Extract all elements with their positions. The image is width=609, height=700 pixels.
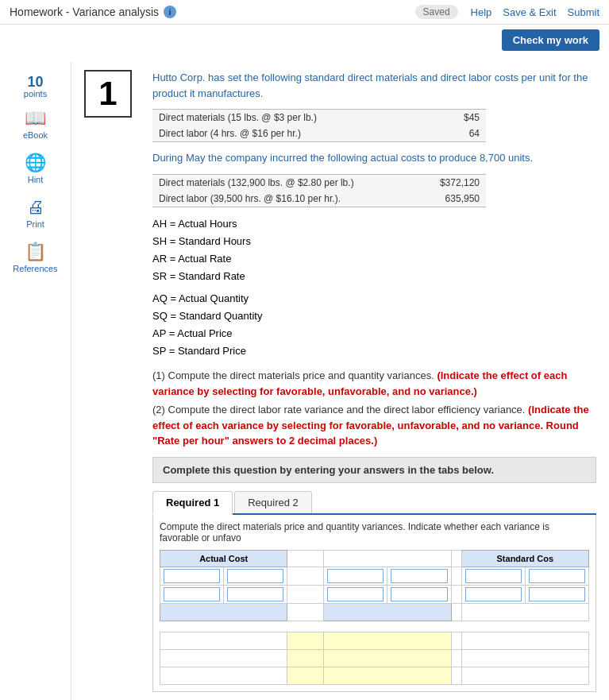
question-number: 1	[84, 70, 132, 118]
answer-row-2	[160, 585, 589, 603]
cell-y2-1	[160, 649, 287, 667]
cell-2-spacer	[287, 585, 324, 603]
cell-y3-yellow2	[324, 667, 451, 684]
input-2-4[interactable]	[391, 587, 447, 601]
sidebar-item-references[interactable]: 📋 References	[0, 235, 71, 280]
cell-y2-spacer	[451, 649, 461, 667]
input-1-4[interactable]	[391, 569, 447, 583]
content-area: 1 Hutto Corp. has set the following stan…	[71, 62, 609, 700]
cell-2-4	[387, 585, 451, 603]
cell-3-blue	[160, 603, 287, 621]
answer-row-yellow-1	[160, 632, 589, 649]
input-3-1[interactable]	[164, 605, 283, 618]
app-header: Homework - Variance analysis i Saved Hel…	[0, 0, 609, 25]
cell-1-1	[160, 567, 224, 585]
legend-sp: SP = Standard Price	[152, 342, 596, 360]
tab-required2[interactable]: Required 2	[234, 491, 312, 513]
cell-2-5	[461, 585, 525, 603]
references-label: References	[13, 264, 57, 273]
input-2-3[interactable]	[327, 587, 384, 601]
instruction-1: (1) Compute the direct materials price a…	[152, 368, 596, 399]
cell-y3-spacer	[451, 667, 461, 684]
sidebar-item-hint[interactable]: 🌐 Hint	[0, 146, 71, 191]
answer-row-yellow-2	[160, 649, 589, 667]
table-row: Direct materials (15 lbs. @ $3 per lb.) …	[152, 110, 486, 126]
input-y1[interactable]	[291, 634, 320, 647]
act-label-2: Direct labor (39,500 hrs. @ $16.10 per h…	[152, 191, 418, 207]
table-row: Direct labor (39,500 hrs. @ $16.10 per h…	[152, 191, 486, 207]
ebook-icon: 📖	[25, 108, 46, 129]
print-label: Print	[26, 219, 44, 229]
table-header-row: Actual Cost Standard Cos	[160, 550, 589, 567]
points-number: 10	[0, 75, 71, 89]
inst1-normal: (1) Compute the direct materials price a…	[152, 369, 437, 381]
tab-required1[interactable]: Required 1	[152, 491, 233, 515]
legend-aq: AQ = Actual Quantity	[152, 290, 596, 307]
input-2-6[interactable]	[529, 587, 585, 601]
cell-3-blue2	[324, 603, 451, 621]
input-y2[interactable]	[327, 634, 447, 647]
std-label-1: Direct materials (15 lbs. @ $3 per lb.)	[152, 110, 438, 126]
info-icon[interactable]: i	[164, 6, 176, 18]
input-1-3[interactable]	[327, 569, 384, 583]
legend-ap: AP = Actual Price	[152, 325, 596, 342]
input-y4[interactable]	[327, 652, 447, 664]
input-2-5[interactable]	[465, 587, 522, 601]
submit-link[interactable]: Submit	[568, 6, 599, 18]
cell-y2-empty	[461, 649, 588, 667]
separator-row	[160, 621, 589, 632]
cell-1-3	[324, 567, 387, 585]
question-content: Hutto Corp. has set the following standa…	[152, 70, 596, 692]
input-2-1[interactable]	[164, 587, 220, 601]
answer-table: Actual Cost Standard Cos	[160, 550, 589, 685]
cell-2-spacer2	[451, 585, 461, 603]
help-link[interactable]: Help	[471, 6, 492, 18]
act-label-1: Direct materials (132,900 lbs. @ $2.80 p…	[152, 174, 418, 191]
cell-y2-yellow	[287, 649, 324, 667]
hint-label: Hint	[28, 175, 44, 184]
cell-y1-yellow	[287, 632, 324, 649]
sidebar-item-print[interactable]: 🖨 Print	[0, 191, 71, 235]
cell-1-spacer2	[451, 567, 461, 585]
answer-row-yellow-3	[160, 667, 589, 684]
cell-2-6	[525, 585, 588, 603]
cell-y2-yellow2	[324, 649, 451, 667]
cell-2-1	[160, 585, 224, 603]
input-1-1[interactable]	[164, 569, 220, 583]
cell-1-6	[525, 567, 588, 585]
actual-data-table: Direct materials (132,900 lbs. @ $2.80 p…	[152, 174, 486, 207]
input-y5[interactable]	[291, 669, 320, 682]
tabs-bar: Required 1 Required 2	[152, 491, 596, 515]
col-header-standard-cost: Standard Cos	[461, 550, 588, 567]
input-1-2[interactable]	[227, 569, 283, 583]
input-1-6[interactable]	[529, 569, 585, 583]
hint-icon: 🌐	[25, 153, 46, 173]
act-value-2: 635,950	[418, 191, 486, 207]
header-title-area: Homework - Variance analysis i	[10, 6, 415, 18]
std-value-2: 64	[438, 126, 486, 142]
inst2-normal: (2) Compute the direct labor rate varian…	[152, 404, 528, 416]
legend-ar: AR = Actual Rate	[152, 250, 596, 268]
during-text: During May the company incurred the foll…	[152, 150, 596, 166]
save-exit-link[interactable]: Save & Exit	[503, 6, 556, 18]
cell-2-2	[224, 585, 287, 603]
separator-cell	[160, 621, 589, 632]
instructions: (1) Compute the direct materials price a…	[152, 368, 596, 449]
cell-2-3	[324, 585, 387, 603]
input-2-2[interactable]	[227, 587, 283, 601]
tab-required1-content: Compute the direct materials price and q…	[152, 515, 596, 692]
col-header-actual-cost: Actual Cost	[160, 550, 287, 567]
header-nav: Help Save & Exit Submit	[471, 6, 599, 18]
cell-y1-1	[160, 632, 287, 649]
answer-row-1	[160, 567, 589, 585]
check-my-work-button[interactable]: Check my work	[502, 29, 599, 51]
legend-ah: AH = Actual Hours	[152, 215, 596, 233]
input-1-5[interactable]	[465, 569, 522, 583]
answer-area: Actual Cost Standard Cos	[160, 550, 589, 685]
col-header-mid	[324, 550, 451, 567]
input-y3[interactable]	[291, 652, 320, 664]
cell-y3-1	[160, 667, 287, 684]
cell-y1-spacer	[451, 632, 461, 649]
sidebar-item-ebook[interactable]: 📖 eBook	[0, 102, 71, 146]
legend-sh: SH = Standard Hours	[152, 233, 596, 250]
